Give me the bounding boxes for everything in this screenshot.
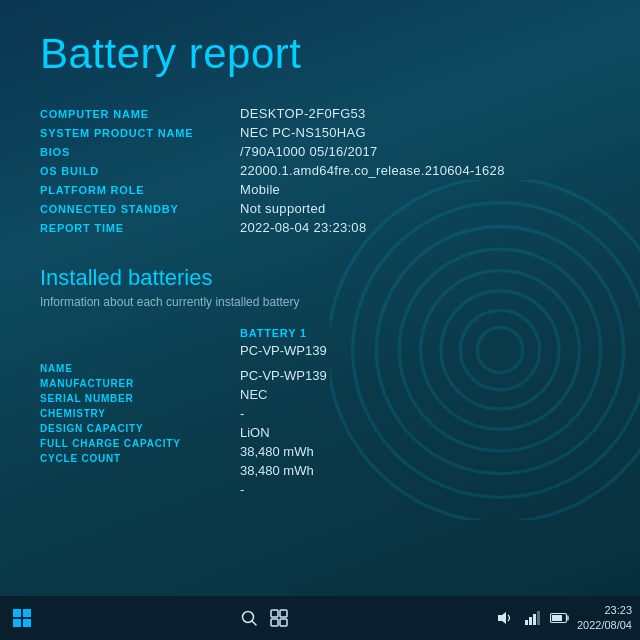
battery-value-chemistry: LiON	[240, 425, 270, 440]
battery-data-col: BATTERY 1 PC-VP-WP139 PC-VP-WP139 NEC - …	[240, 327, 600, 501]
battery-row-serial: SERIAL NUMBER	[40, 393, 220, 404]
info-row-bios: BIOS /790A1000 05/16/2017	[40, 144, 600, 159]
value-platform-role: Mobile	[240, 182, 280, 197]
battery-1-name: PC-VP-WP139	[240, 343, 600, 358]
installed-batteries-subtitle: Information about each currently install…	[40, 295, 600, 309]
svg-rect-18	[537, 611, 540, 625]
volume-icon[interactable]	[493, 607, 515, 629]
battery-icon[interactable]	[549, 607, 571, 629]
battery-value-full-charge-row: 38,480 mWh	[240, 463, 600, 478]
label-bios: BIOS	[40, 146, 240, 158]
battery-value-manufacturer: NEC	[240, 387, 267, 402]
battery-1-header: BATTERY 1	[240, 327, 600, 339]
battery-value-serial: -	[240, 406, 244, 421]
battery-value-serial-row: -	[240, 406, 600, 421]
battery-row-design-capacity: DESIGN CAPACITY	[40, 423, 220, 434]
battery-row-manufacturer: MANUFACTURER	[40, 378, 220, 389]
taskbar-time: 23:23 2022/08/04	[577, 603, 632, 634]
label-connected-standby: CONNECTED STANDBY	[40, 203, 240, 215]
battery-label-cycle-count: CYCLE COUNT	[40, 453, 220, 464]
taskbar-right: 23:23 2022/08/04	[493, 603, 632, 634]
label-os-build: OS BUILD	[40, 165, 240, 177]
svg-rect-12	[271, 619, 278, 626]
svg-rect-15	[525, 620, 528, 625]
network-icon[interactable]	[521, 607, 543, 629]
battery-value-name: PC-VP-WP139	[240, 368, 327, 383]
battery-label-manufacturer: MANUFACTURER	[40, 378, 220, 389]
main-content: Battery report COMPUTER NAME DESKTOP-2F0…	[0, 0, 640, 511]
battery-labels-col: NAME MANUFACTURER SERIAL NUMBER CHEMISTR…	[40, 327, 220, 501]
battery-value-design-capacity-row: 38,480 mWh	[240, 444, 600, 459]
battery-label-design-capacity: DESIGN CAPACITY	[40, 423, 220, 434]
svg-rect-13	[280, 619, 287, 626]
svg-rect-17	[533, 614, 536, 625]
page-title: Battery report	[40, 30, 600, 78]
value-os-build: 22000.1.amd64fre.co_release.210604-1628	[240, 163, 505, 178]
battery-row-full-charge: FULL CHARGE CAPACITY	[40, 438, 220, 449]
screen: Battery report COMPUTER NAME DESKTOP-2F0…	[0, 0, 640, 640]
battery-value-name-row: PC-VP-WP139	[240, 368, 600, 383]
label-computer-name: COMPUTER NAME	[40, 108, 240, 120]
windows-start-button[interactable]	[8, 604, 36, 632]
info-row-system-product-name: SYSTEM PRODUCT NAME NEC PC-NS150HAG	[40, 125, 600, 140]
battery-value-manufacturer-row: NEC	[240, 387, 600, 402]
value-bios: /790A1000 05/16/2017	[240, 144, 378, 159]
value-connected-standby: Not supported	[240, 201, 326, 216]
taskbar-left	[8, 604, 36, 632]
info-row-computer-name: COMPUTER NAME DESKTOP-2F0FG53	[40, 106, 600, 121]
batteries-container: NAME MANUFACTURER SERIAL NUMBER CHEMISTR…	[40, 327, 600, 501]
info-row-report-time: REPORT TIME 2022-08-04 23:23:08	[40, 220, 600, 235]
svg-rect-10	[271, 610, 278, 617]
label-report-time: REPORT TIME	[40, 222, 240, 234]
label-platform-role: PLATFORM ROLE	[40, 184, 240, 196]
taskbar-center	[238, 607, 290, 629]
battery-label-name: NAME	[40, 363, 220, 374]
info-row-platform-role: PLATFORM ROLE Mobile	[40, 182, 600, 197]
battery-row-chemistry: CHEMISTRY	[40, 408, 220, 419]
value-report-time: 2022-08-04 23:23:08	[240, 220, 366, 235]
battery-value-cycle-count: -	[240, 482, 244, 497]
svg-rect-20	[566, 616, 569, 621]
battery-value-design-capacity: 38,480 mWh	[240, 444, 314, 459]
taskbar-date: 2022/08/04	[577, 618, 632, 633]
installed-batteries-title: Installed batteries	[40, 265, 600, 291]
battery-row-name: NAME	[40, 363, 220, 374]
svg-rect-16	[529, 617, 532, 625]
battery-row-cycle-count: CYCLE COUNT	[40, 453, 220, 464]
value-system-product-name: NEC PC-NS150HAG	[240, 125, 366, 140]
battery-label-chemistry: CHEMISTRY	[40, 408, 220, 419]
search-icon[interactable]	[238, 607, 260, 629]
svg-line-9	[252, 621, 256, 625]
svg-rect-21	[552, 615, 562, 621]
battery-value-cycle-count-row: -	[240, 482, 600, 497]
battery-value-full-charge: 38,480 mWh	[240, 463, 314, 478]
label-system-product-name: SYSTEM PRODUCT NAME	[40, 127, 240, 139]
windows-logo-icon	[13, 609, 31, 627]
taskbar-clock: 23:23	[577, 603, 632, 618]
value-computer-name: DESKTOP-2F0FG53	[240, 106, 366, 121]
task-view-icon[interactable]	[268, 607, 290, 629]
battery-label-full-charge: FULL CHARGE CAPACITY	[40, 438, 220, 449]
taskbar: 23:23 2022/08/04	[0, 596, 640, 640]
svg-marker-14	[498, 612, 506, 624]
info-row-os-build: OS BUILD 22000.1.amd64fre.co_release.210…	[40, 163, 600, 178]
svg-rect-11	[280, 610, 287, 617]
battery-value-chemistry-row: LiON	[240, 425, 600, 440]
battery-label-serial: SERIAL NUMBER	[40, 393, 220, 404]
info-row-connected-standby: CONNECTED STANDBY Not supported	[40, 201, 600, 216]
system-info-table: COMPUTER NAME DESKTOP-2F0FG53 SYSTEM PRO…	[40, 106, 600, 235]
